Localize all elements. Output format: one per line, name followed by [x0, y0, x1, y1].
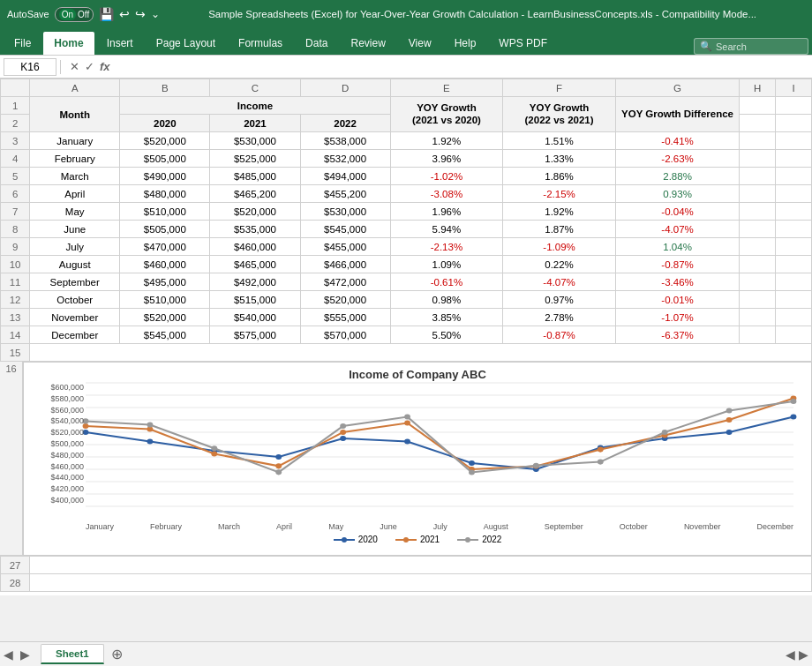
cell-g5[interactable]: 2.88% — [615, 168, 739, 185]
cell-month-aug[interactable]: August — [30, 256, 120, 273]
cell-d9[interactable]: $455,000 — [300, 238, 390, 256]
cell-e1[interactable]: YOY Growth(2021 vs 2020) — [390, 97, 503, 132]
undo-icon[interactable]: ↩ — [119, 7, 130, 21]
cell-c13[interactable]: $540,000 — [210, 309, 300, 326]
cell-g4[interactable]: -2.63% — [615, 150, 739, 168]
cell-f6[interactable]: -2.15% — [503, 185, 616, 203]
cell-month-sep[interactable]: September — [30, 273, 120, 291]
cell-e10[interactable]: 1.09% — [390, 256, 503, 273]
cell-month-dec[interactable]: December — [30, 326, 120, 344]
cell-month-feb[interactable]: February — [30, 150, 120, 168]
cell-f14[interactable]: -0.87% — [503, 326, 616, 344]
cell-f3[interactable]: 1.51% — [503, 132, 616, 150]
cell-c5[interactable]: $485,000 — [210, 168, 300, 185]
tab-insert[interactable]: Insert — [96, 32, 144, 55]
cell-g3[interactable]: -0.41% — [615, 132, 739, 150]
col-header-g[interactable]: G — [615, 79, 739, 97]
cell-d5[interactable]: $494,000 — [300, 168, 390, 185]
cell-c8[interactable]: $535,000 — [210, 221, 300, 238]
cell-d3[interactable]: $538,000 — [300, 132, 390, 150]
cell-d14[interactable]: $570,000 — [300, 326, 390, 344]
tab-data[interactable]: Data — [295, 32, 338, 55]
cell-b8[interactable]: $505,000 — [120, 221, 210, 238]
cell-month-apr[interactable]: April — [30, 185, 120, 203]
cell-g11[interactable]: -3.46% — [615, 273, 739, 291]
cell-c14[interactable]: $575,000 — [210, 326, 300, 344]
cell-g9[interactable]: 1.04% — [615, 238, 739, 256]
cell-b14[interactable]: $545,000 — [120, 326, 210, 344]
search-box[interactable]: 🔍 Search — [694, 38, 808, 55]
cell-month-mar[interactable]: March — [30, 168, 120, 185]
cell-c7[interactable]: $520,000 — [210, 203, 300, 221]
cell-d8[interactable]: $545,000 — [300, 221, 390, 238]
cell-f11[interactable]: -4.07% — [503, 273, 616, 291]
cell-reference[interactable] — [4, 58, 56, 76]
cell-b10[interactable]: $460,000 — [120, 256, 210, 273]
confirm-formula-icon[interactable]: ✓ — [85, 60, 94, 73]
cell-e11[interactable]: -0.61% — [390, 273, 503, 291]
cell-g1[interactable]: YOY Growth Difference — [615, 97, 739, 132]
scroll-right-icon[interactable]: ▶ — [799, 647, 808, 662]
cell-e13[interactable]: 3.85% — [390, 309, 503, 326]
cell-b13[interactable]: $520,000 — [120, 309, 210, 326]
cell-d4[interactable]: $532,000 — [300, 150, 390, 168]
horizontal-scrollbar[interactable]: ◀ ▶ — [786, 647, 808, 662]
tab-wps-pdf[interactable]: WPS PDF — [488, 32, 558, 55]
cell-e7[interactable]: 1.96% — [390, 203, 503, 221]
cell-c11[interactable]: $492,000 — [210, 273, 300, 291]
cell-f8[interactable]: 1.87% — [503, 221, 616, 238]
cell-b12[interactable]: $510,000 — [120, 291, 210, 309]
col-header-h[interactable]: H — [740, 79, 776, 97]
tab-file[interactable]: File — [4, 32, 41, 55]
cell-a1[interactable]: Month — [30, 97, 120, 132]
col-header-c[interactable]: C — [210, 79, 300, 97]
cell-d6[interactable]: $455,200 — [300, 185, 390, 203]
cell-c6[interactable]: $465,200 — [210, 185, 300, 203]
cell-g14[interactable]: -6.37% — [615, 326, 739, 344]
tab-view[interactable]: View — [398, 32, 442, 55]
cell-b6[interactable]: $480,000 — [120, 185, 210, 203]
tab-help[interactable]: Help — [444, 32, 487, 55]
cell-g8[interactable]: -4.07% — [615, 221, 739, 238]
insert-function-icon[interactable]: fx — [100, 60, 110, 73]
cell-c9[interactable]: $460,000 — [210, 238, 300, 256]
cell-d10[interactable]: $466,000 — [300, 256, 390, 273]
cell-c2[interactable]: 2021 — [210, 115, 300, 132]
col-header-i[interactable]: I — [776, 79, 812, 97]
scroll-left-icon[interactable]: ◀ — [786, 647, 795, 662]
cell-f7[interactable]: 1.92% — [503, 203, 616, 221]
cell-g12[interactable]: -0.01% — [615, 291, 739, 309]
cell-f5[interactable]: 1.86% — [503, 168, 616, 185]
cell-f12[interactable]: 0.97% — [503, 291, 616, 309]
cell-month-jun[interactable]: June — [30, 221, 120, 238]
cell-f10[interactable]: 0.22% — [503, 256, 616, 273]
cell-e5[interactable]: -1.02% — [390, 168, 503, 185]
cell-e3[interactable]: 1.92% — [390, 132, 503, 150]
cell-g7[interactable]: -0.04% — [615, 203, 739, 221]
cell-d13[interactable]: $555,000 — [300, 309, 390, 326]
cell-f1[interactable]: YOY Growth(2022 vs 2021) — [503, 97, 616, 132]
cell-c12[interactable]: $515,000 — [210, 291, 300, 309]
cell-b3[interactable]: $520,000 — [120, 132, 210, 150]
autosave-toggle[interactable]: On Off — [55, 7, 94, 22]
cell-c10[interactable]: $465,000 — [210, 256, 300, 273]
sheet-scroll-left[interactable]: ◀ — [4, 647, 13, 662]
tab-page-layout[interactable]: Page Layout — [146, 32, 226, 55]
cell-e12[interactable]: 0.98% — [390, 291, 503, 309]
save-icon[interactable]: 💾 — [99, 7, 114, 21]
cell-month-oct[interactable]: October — [30, 291, 120, 309]
col-header-d[interactable]: D — [300, 79, 390, 97]
cell-g6[interactable]: 0.93% — [615, 185, 739, 203]
add-sheet-button[interactable]: ⊕ — [108, 646, 126, 662]
cell-f13[interactable]: 2.78% — [503, 309, 616, 326]
cell-d7[interactable]: $530,000 — [300, 203, 390, 221]
sheet-scroll-right[interactable]: ▶ — [20, 647, 30, 662]
tab-review[interactable]: Review — [340, 32, 395, 55]
cell-e14[interactable]: 5.50% — [390, 326, 503, 344]
cell-b2[interactable]: 2020 — [120, 115, 210, 132]
cell-f9[interactable]: -1.09% — [503, 238, 616, 256]
cell-d12[interactable]: $520,000 — [300, 291, 390, 309]
cell-b11[interactable]: $495,000 — [120, 273, 210, 291]
cell-month-nov[interactable]: November — [30, 309, 120, 326]
tab-formulas[interactable]: Formulas — [228, 32, 293, 55]
